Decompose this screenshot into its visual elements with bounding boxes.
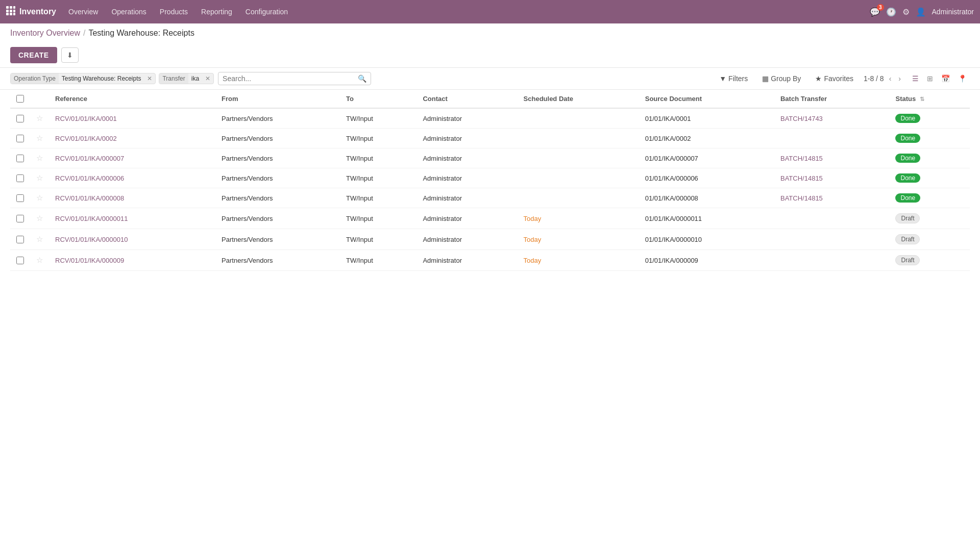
to-header[interactable]: To (340, 90, 416, 108)
table-row: ☆RCV/01/01/IKA/0000011Partners/VendorsTW… (10, 208, 970, 229)
batch-transfer-cell (774, 208, 889, 229)
app-logo[interactable]: Inventory (6, 6, 56, 17)
svg-rect-3 (6, 10, 9, 12)
breadcrumb: Inventory Overview / Testing Warehouse: … (10, 29, 970, 38)
batch-link[interactable]: BATCH/14743 (780, 115, 823, 122)
reference-header[interactable]: Reference (49, 90, 215, 108)
favorite-star[interactable]: ☆ (36, 154, 43, 162)
row-checkbox[interactable] (16, 174, 24, 182)
favorite-star[interactable]: ☆ (36, 114, 43, 122)
from-cell: Partners/Vendors (215, 208, 340, 229)
row-checkbox[interactable] (16, 115, 24, 122)
scheduled-date-header[interactable]: Scheduled Date (518, 90, 639, 108)
group-by-button[interactable]: ▦ Group By (758, 72, 805, 85)
status-badge-done: Done (895, 193, 920, 203)
reference-link[interactable]: RCV/01/01/IKA/000007 (55, 155, 124, 162)
settings-icon[interactable]: ⚙ (902, 7, 910, 17)
favorite-star[interactable]: ☆ (36, 134, 43, 142)
view-controls: ▼ Filters ▦ Group By ★ Favorites 1-8 / 8… (715, 72, 970, 85)
reference-link[interactable]: RCV/01/01/IKA/0000010 (55, 236, 128, 243)
row-checkbox[interactable] (16, 257, 24, 264)
messages-icon[interactable]: 💬 3 (870, 7, 880, 17)
from-header[interactable]: From (215, 90, 340, 108)
contact-cell: Administrator (416, 108, 517, 129)
row-checkbox[interactable] (16, 155, 24, 162)
nav-reporting[interactable]: Reporting (195, 5, 238, 19)
download-button[interactable]: ⬇ (61, 47, 79, 63)
row-checkbox[interactable] (16, 135, 24, 142)
kanban-view-button[interactable]: ⊞ (924, 72, 936, 85)
user-menu[interactable]: Administrator (932, 8, 974, 16)
list-view-button[interactable]: ☰ (909, 72, 922, 85)
svg-rect-4 (10, 10, 12, 12)
search-input[interactable] (223, 74, 358, 83)
nav-overview[interactable]: Overview (62, 5, 104, 19)
reference-link[interactable]: RCV/01/01/IKA/0000011 (55, 215, 128, 222)
status-cell: Done (889, 129, 970, 148)
filters-button[interactable]: ▼ Filters (715, 72, 752, 85)
search-icon[interactable]: 🔍 (358, 74, 366, 83)
next-page-button[interactable]: › (896, 73, 903, 84)
status-cell: Done (889, 188, 970, 208)
data-table-container: Reference From To Contact Scheduled Date… (0, 90, 980, 271)
table-row: ☆RCV/01/01/IKA/0000010Partners/VendorsTW… (10, 229, 970, 250)
reference-link[interactable]: RCV/01/01/IKA/000008 (55, 194, 124, 202)
svg-rect-1 (10, 6, 12, 9)
favorite-star[interactable]: ☆ (36, 214, 43, 222)
svg-rect-2 (13, 6, 15, 9)
favorite-star[interactable]: ☆ (36, 173, 43, 182)
user-switch-icon[interactable]: 👤 (916, 7, 926, 17)
map-view-button[interactable]: 📍 (955, 72, 970, 85)
svg-rect-0 (6, 6, 9, 9)
action-toolbar: CREATE ⬇ (0, 43, 980, 68)
favorite-star[interactable]: ☆ (36, 193, 43, 202)
transfer-filter: Transfer ika ✕ (159, 73, 214, 84)
row-checkbox[interactable] (16, 194, 24, 202)
nav-operations[interactable]: Operations (105, 5, 152, 19)
reference-link[interactable]: RCV/01/01/IKA/0002 (55, 135, 117, 142)
transfer-remove[interactable]: ✕ (202, 73, 213, 84)
contact-cell: Administrator (416, 168, 517, 188)
source-document-header[interactable]: Source Document (639, 90, 774, 108)
select-all-checkbox[interactable] (16, 95, 24, 103)
operation-type-label: Operation Type (11, 73, 59, 84)
favorite-star[interactable]: ☆ (36, 235, 43, 243)
status-header[interactable]: Status ⇅ (889, 90, 970, 108)
groupby-icon: ▦ (762, 74, 769, 83)
batch-link[interactable]: BATCH/14815 (780, 194, 823, 202)
subheader: Inventory Overview / Testing Warehouse: … (0, 23, 980, 38)
row-checkbox[interactable] (16, 236, 24, 243)
prev-page-button[interactable]: ‹ (887, 73, 894, 84)
to-cell: TW/Input (340, 168, 416, 188)
breadcrumb-parent[interactable]: Inventory Overview (10, 29, 80, 38)
operation-type-remove[interactable]: ✕ (144, 73, 155, 84)
to-cell: TW/Input (340, 208, 416, 229)
app-name: Inventory (19, 7, 56, 16)
operation-type-filter: Operation Type Testing Warehouse: Receip… (10, 73, 156, 84)
batch-transfer-header[interactable]: Batch Transfer (774, 90, 889, 108)
batch-transfer-cell: BATCH/14743 (774, 108, 889, 129)
favorite-star[interactable]: ☆ (36, 256, 43, 264)
filter-tags-area: Operation Type Testing Warehouse: Receip… (10, 72, 715, 85)
clock-icon[interactable]: 🕐 (886, 7, 896, 17)
source-document-cell: 01/01/IKA/000009 (639, 250, 774, 271)
reference-link[interactable]: RCV/01/01/IKA/0001 (55, 115, 117, 122)
create-button[interactable]: CREATE (10, 47, 57, 63)
nav-configuration[interactable]: Configuration (239, 5, 294, 19)
search-box: 🔍 (218, 72, 371, 85)
breadcrumb-separator: / (83, 29, 85, 38)
favorites-button[interactable]: ★ Favorites (811, 72, 857, 85)
row-checkbox[interactable] (16, 215, 24, 222)
nav-products[interactable]: Products (154, 5, 194, 19)
table-row: ☆RCV/01/01/IKA/000008Partners/VendorsTW/… (10, 188, 970, 208)
from-cell: Partners/Vendors (215, 108, 340, 129)
table-row: ☆RCV/01/01/IKA/000007Partners/VendorsTW/… (10, 148, 970, 168)
batch-link[interactable]: BATCH/14815 (780, 155, 823, 162)
scheduled-date-cell (518, 168, 639, 188)
contact-header[interactable]: Contact (416, 90, 517, 108)
reference-link[interactable]: RCV/01/01/IKA/000006 (55, 174, 124, 182)
batch-link[interactable]: BATCH/14815 (780, 174, 823, 182)
reference-link[interactable]: RCV/01/01/IKA/000009 (55, 257, 124, 264)
transfer-label: Transfer (159, 73, 188, 84)
calendar-view-button[interactable]: 📅 (938, 72, 953, 85)
